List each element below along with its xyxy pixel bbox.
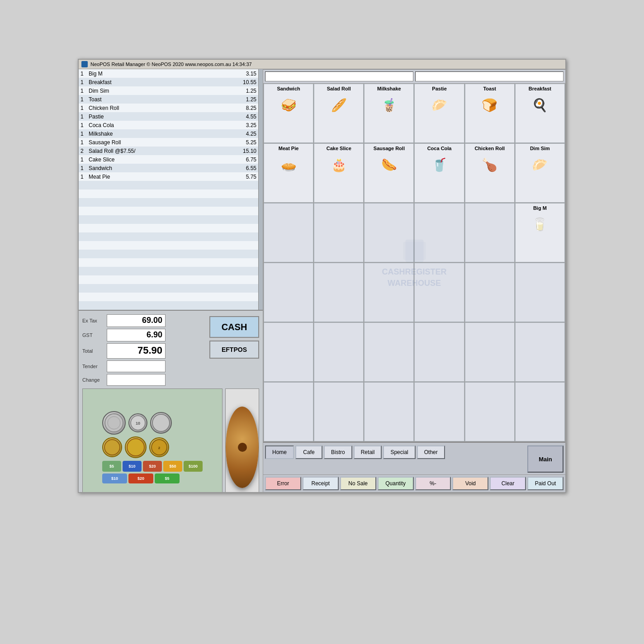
- totals-payment: Ex Tax 69.00 GST 6.90 Total 75.90 Tend: [82, 314, 259, 386]
- coin-50c: [150, 412, 172, 434]
- nav-main[interactable]: Main: [527, 445, 564, 473]
- order-area: 1 Big M 3.15 1 Breakfast 10.55 1 Dim Sim…: [79, 69, 263, 310]
- item-price: 5.25: [236, 138, 258, 147]
- order-item[interactable]: 2 Salad Roll @$7.55/ 15.10: [79, 147, 258, 155]
- product-image: 🥪: [273, 93, 304, 118]
- product-meat-pie[interactable]: Meat Pie🥧: [264, 143, 313, 203]
- product-sandwich[interactable]: Sandwich🥪: [264, 84, 313, 143]
- order-item[interactable]: 1 Sausage Roll 5.25: [79, 138, 258, 147]
- order-item[interactable]: 1 Pastie 4.55: [79, 112, 258, 121]
- order-item[interactable]: 1 Dim Sim 1.25: [79, 86, 258, 95]
- nav-other[interactable]: Other: [417, 445, 445, 459]
- product-toast[interactable]: Toast🍞: [465, 84, 515, 143]
- nav-retail[interactable]: Retail: [354, 445, 382, 459]
- product-label: Dim Sim: [530, 145, 550, 152]
- product-coca-cola[interactable]: Coca Cola🥤: [414, 143, 464, 203]
- order-list: 1 Big M 3.15 1 Breakfast 10.55 1 Dim Sim…: [79, 69, 258, 310]
- gst-label: GST: [82, 332, 105, 338]
- order-item[interactable]: 1 Meat Pie 5.75: [79, 172, 258, 181]
- note-100: $100: [184, 461, 203, 472]
- receipt-button[interactable]: Receipt: [303, 477, 339, 490]
- product-sausage-roll[interactable]: Sausage Roll🌭: [364, 143, 414, 203]
- order-item[interactable]: 1 Breakfast 10.55: [79, 78, 258, 86]
- function-bar: Error Receipt No Sale Quantity %- Void C…: [263, 474, 565, 492]
- product-image: 🥟: [524, 152, 556, 177]
- order-item[interactable]: 1 Big M 3.15: [79, 69, 258, 78]
- empty-product-cell: [314, 322, 364, 382]
- empty-order-row: [79, 258, 258, 267]
- payment-buttons: CASH EFTPOS: [209, 314, 259, 386]
- note-green: $5: [155, 474, 180, 483]
- nav-bistro[interactable]: Bistro: [324, 445, 352, 459]
- product-image: 🧋: [373, 93, 405, 118]
- left-panel: 1 Big M 3.15 1 Breakfast 10.55 1 Dim Sim…: [79, 69, 263, 492]
- coin-gold1: [102, 437, 122, 457]
- main-input-right[interactable]: [415, 71, 564, 81]
- item-name: Pastie: [87, 112, 236, 121]
- product-image: 🌭: [373, 152, 405, 177]
- item-qty: 1: [79, 86, 87, 95]
- product-breakfast[interactable]: Breakfast🍳: [515, 84, 565, 143]
- paid-out-button[interactable]: Paid Out: [527, 477, 564, 490]
- product-preview: [225, 388, 259, 492]
- nav-cafe[interactable]: Cafe: [295, 445, 322, 459]
- order-item[interactable]: 1 Sandwich 6.55: [79, 164, 258, 172]
- error-button[interactable]: Error: [265, 477, 301, 490]
- ex-tax-value: 69.00: [107, 314, 166, 327]
- empty-order-row: [79, 181, 258, 189]
- change-label: Change: [82, 377, 105, 383]
- tender-row: Tender: [82, 360, 206, 372]
- nav-home[interactable]: Home: [265, 445, 294, 459]
- svg-point-4: [152, 414, 170, 431]
- change-row: Change: [82, 374, 206, 386]
- clear-button[interactable]: Clear: [490, 477, 526, 490]
- empty-product-cell: [314, 382, 364, 441]
- order-item[interactable]: 1 Coca Cola 3.25: [79, 121, 258, 129]
- item-price: 6.55: [236, 164, 258, 172]
- scroll-indicator[interactable]: [258, 69, 263, 310]
- product-label: Chicken Roll: [474, 145, 505, 152]
- total-value: 75.90: [107, 343, 166, 359]
- product-chicken-roll[interactable]: Chicken Roll🍗: [465, 143, 515, 203]
- coin-gold3: 2: [149, 437, 169, 457]
- empty-product-cell: [414, 263, 464, 322]
- tender-input[interactable]: [107, 360, 166, 372]
- empty-product-cell: [364, 382, 414, 441]
- order-item[interactable]: 1 Toast 1.25: [79, 95, 258, 104]
- product-salad-roll[interactable]: Salad Roll🥖: [314, 84, 364, 143]
- promo-area: 10: [82, 388, 259, 492]
- note-red: $20: [128, 474, 153, 483]
- product-big-m[interactable]: Big M🥛: [515, 203, 565, 262]
- product-dim-sim[interactable]: Dim Sim🥟: [515, 143, 565, 203]
- item-qty: 1: [79, 121, 87, 129]
- main-input-left[interactable]: [265, 71, 413, 81]
- cash-button[interactable]: CASH: [209, 316, 259, 338]
- void-button[interactable]: Void: [452, 477, 488, 490]
- empty-order-row: [79, 224, 258, 232]
- product-cake-slice[interactable]: Cake Slice🎂: [314, 143, 364, 203]
- product-pastie[interactable]: Pastie🥟: [414, 84, 464, 143]
- product-label: Sandwich: [277, 85, 300, 93]
- product-milkshake[interactable]: Milkshake🧋: [364, 84, 414, 143]
- svg-point-5: [104, 440, 120, 455]
- quantity-button[interactable]: Quantity: [378, 477, 414, 490]
- empty-product-cell: [264, 203, 313, 262]
- item-qty: 1: [79, 78, 87, 86]
- item-qty: 1: [79, 112, 87, 121]
- note-blue: $10: [102, 474, 127, 483]
- empty-product-cell: [414, 203, 464, 262]
- item-name: Meat Pie: [87, 172, 236, 181]
- change-input[interactable]: [107, 374, 166, 386]
- empty-order-row: [79, 198, 258, 207]
- eftpos-button[interactable]: EFTPOS: [209, 341, 259, 359]
- nav-special[interactable]: Special: [383, 445, 415, 459]
- product-image: 🥤: [424, 152, 455, 177]
- product-label: Pastie: [432, 85, 446, 93]
- percent-button[interactable]: %-: [415, 477, 451, 490]
- order-item[interactable]: 1 Chicken Roll 8.25: [79, 104, 258, 112]
- empty-product-cell: [465, 322, 515, 382]
- ex-tax-label: Ex Tax: [82, 318, 105, 323]
- no-sale-button[interactable]: No Sale: [340, 477, 376, 490]
- order-item[interactable]: 1 Milkshake 4.25: [79, 129, 258, 138]
- order-item[interactable]: 1 Cake Slice 6.75: [79, 155, 258, 164]
